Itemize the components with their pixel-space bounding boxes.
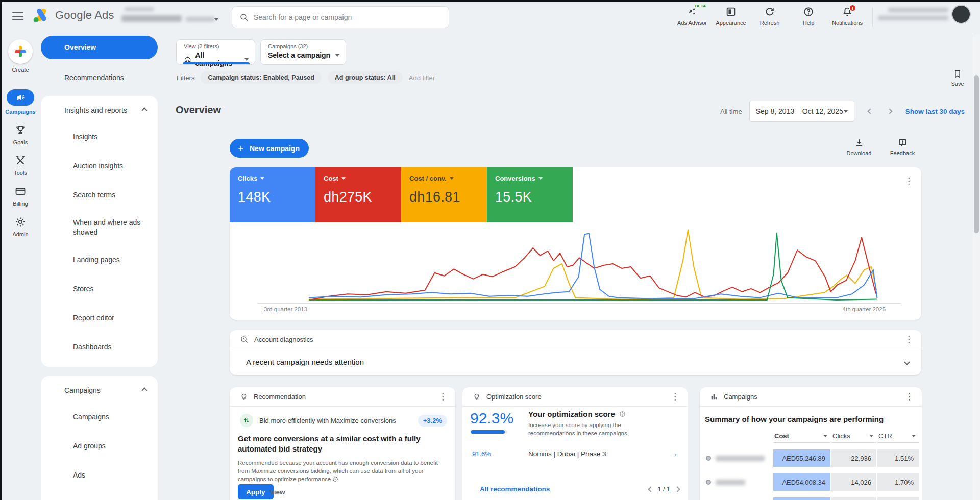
- campaigns-more-button[interactable]: ⋮: [902, 390, 917, 403]
- sidebar-item-asset-groups[interactable]: Asset groups: [41, 490, 158, 500]
- rail-item-billing[interactable]: Billing: [13, 185, 28, 207]
- metric-label: Cost: [324, 174, 338, 182]
- sidebar-header-campaigns[interactable]: Campaigns: [41, 378, 158, 403]
- date-range-picker[interactable]: Sep 8, 2013 – Oct 12, 2025: [749, 101, 854, 122]
- add-filter-button[interactable]: Add filter: [409, 74, 435, 82]
- avatar[interactable]: [952, 6, 970, 23]
- table-row[interactable]: AED55,246.89 22,936 1.51%: [705, 449, 919, 467]
- column-header-ctr[interactable]: CTR: [877, 432, 919, 443]
- cell-cost: AED54,008.34: [773, 473, 830, 491]
- table-row[interactable]: AED54,008.34 14,026 1.70%: [705, 473, 919, 491]
- sidebar-item-insights[interactable]: Insights: [41, 122, 158, 152]
- filter-chip-ad-group-status[interactable]: Ad group status: All: [328, 71, 403, 84]
- scrollbar-thumb[interactable]: [974, 75, 979, 233]
- sidebar-item-recommendations[interactable]: Recommendations: [41, 63, 158, 92]
- sidebar-item-search-terms[interactable]: Search terms: [41, 181, 158, 210]
- rail-admin-label: Admin: [12, 231, 28, 237]
- page-previous-icon[interactable]: [648, 486, 653, 492]
- campaign-selector-value: Select a campaign: [268, 51, 330, 59]
- filter-chip-campaign-status[interactable]: Campaign status: Enabled, Paused: [201, 71, 321, 84]
- diagnostics-more-button[interactable]: ⋮: [901, 333, 916, 346]
- rail-item-create[interactable]: Create: [8, 39, 33, 73]
- cell-cost: AED55,246.89: [773, 449, 830, 467]
- chevron-down-icon: [844, 110, 848, 113]
- show-last-30-days-link[interactable]: Show last 30 days: [905, 108, 965, 115]
- pagination: 1 / 1: [649, 486, 679, 493]
- previous-period-button[interactable]: [862, 103, 879, 120]
- sidebar-item-report-editor[interactable]: Report editor: [41, 304, 158, 333]
- optimization-score-progress: [471, 430, 507, 434]
- date-range-value: Sep 8, 2013 – Oct 12, 2025: [756, 107, 843, 115]
- menu-icon[interactable]: [12, 12, 23, 20]
- column-header-clicks[interactable]: Clicks: [831, 432, 876, 443]
- account-switcher[interactable]: [121, 5, 218, 28]
- tools-icon: [14, 155, 27, 167]
- optimization-more-button[interactable]: ⋮: [668, 390, 682, 403]
- help-icon: [803, 6, 814, 17]
- x-axis-label-right: 4th quarter 2025: [843, 306, 886, 312]
- sidebar-item-ads[interactable]: Ads: [41, 461, 158, 490]
- scrollbar-track[interactable]: [973, 34, 980, 500]
- view-button[interactable]: View: [270, 484, 285, 499]
- refresh-button[interactable]: Refresh: [750, 4, 789, 26]
- google-ads-app: Google Ads BETA Ads Advisor: [0, 0, 980, 500]
- global-search[interactable]: [232, 6, 449, 28]
- feedback-button[interactable]: Feedback: [887, 138, 918, 156]
- download-button[interactable]: Download: [843, 138, 875, 156]
- metric-tile-cost-per-conv[interactable]: Cost / conv. dh16.81: [401, 167, 487, 222]
- sidebar-item-when-and-where-ads-showed[interactable]: When and where ads showed: [41, 210, 158, 245]
- cell-ctr: 1.51%: [877, 449, 919, 467]
- rail-item-campaigns[interactable]: Campaigns: [5, 89, 35, 115]
- chevron-up-icon: [141, 107, 147, 113]
- apply-button[interactable]: Apply: [238, 484, 274, 499]
- metric-value: 148K: [238, 189, 315, 205]
- megaphone-icon: [15, 92, 26, 103]
- campaign-selector[interactable]: Campaigns (32) Select a campaign: [260, 39, 346, 65]
- campaign-score-row[interactable]: 91.6% Nomiris | Dubai | Phase 3 →: [462, 444, 688, 463]
- notification-badge: !: [849, 4, 856, 12]
- ads-advisor-button[interactable]: BETA Ads Advisor: [673, 4, 712, 26]
- diagnostics-alert-text: A recent campaign needs attention: [246, 358, 364, 366]
- view-selector[interactable]: View (2 filters) All campaigns: [176, 39, 255, 65]
- download-label: Download: [847, 150, 872, 156]
- sidebar-header-insights-and-reports[interactable]: Insights and reports: [41, 98, 158, 122]
- diagnostics-alert-row[interactable]: A recent campaign needs attention: [230, 349, 921, 374]
- bar-chart-icon: [710, 393, 718, 401]
- chart-card-more-button[interactable]: ⋮: [901, 174, 916, 187]
- all-recommendations-link[interactable]: All recommendations: [480, 485, 550, 493]
- save-button[interactable]: Save: [944, 69, 971, 87]
- sidebar-item-stores[interactable]: Stores: [41, 274, 158, 304]
- recommendation-card: Recommendation ⋮ Bid more efficiently wi…: [230, 387, 455, 500]
- view-selector-value: All campaigns: [195, 51, 241, 67]
- help-button[interactable]: Help: [789, 4, 828, 26]
- appearance-button[interactable]: Appearance: [712, 4, 750, 26]
- metric-tile-conversions[interactable]: Conversions 15.5K: [487, 167, 573, 222]
- optimization-score-title: Optimization score: [486, 393, 542, 401]
- performance-chart-card: ⋮ Clicks 148K Cost dh275K Cost / conv. d…: [230, 167, 921, 320]
- sidebar-item-overview[interactable]: Overview: [41, 36, 158, 59]
- rail-item-goals[interactable]: Goals: [13, 124, 28, 145]
- sidebar-item-landing-pages[interactable]: Landing pages: [41, 245, 158, 274]
- rail-item-tools[interactable]: Tools: [14, 155, 27, 176]
- recommendation-more-button[interactable]: ⋮: [435, 390, 450, 403]
- table-row-clipped[interactable]: [705, 497, 919, 500]
- notifications-button[interactable]: ! Notifications: [828, 4, 867, 26]
- column-header-cost[interactable]: Cost: [773, 432, 830, 443]
- new-campaign-button[interactable]: New campaign: [230, 139, 309, 158]
- optimization-score-card: Optimization score ⋮ 92.3% Your optimiza…: [462, 387, 688, 500]
- sidebar-item-auction-insights[interactable]: Auction insights: [41, 152, 158, 181]
- page-next-icon[interactable]: [674, 486, 680, 492]
- metric-tile-cost[interactable]: Cost dh275K: [315, 167, 401, 222]
- sidebar-item-campaigns[interactable]: Campaigns: [41, 403, 158, 432]
- uplift-badge: +3.2%: [418, 415, 447, 427]
- sidebar-item-ad-groups[interactable]: Ad groups: [41, 432, 158, 461]
- sidebar-header-label: Campaigns: [64, 386, 101, 394]
- next-period-button[interactable]: [881, 103, 898, 120]
- help-label: Help: [803, 20, 815, 26]
- metric-tile-clicks[interactable]: Clicks 148K: [230, 167, 315, 222]
- recommendation-item-row: Bid more efficiently with Maximize conve…: [240, 414, 447, 427]
- rail-item-admin[interactable]: Admin: [12, 216, 28, 237]
- sidebar-item-dashboards[interactable]: Dashboards: [41, 333, 158, 362]
- filters-bar: Filters Campaign status: Enabled, Paused…: [177, 71, 435, 84]
- search-input[interactable]: [254, 13, 442, 21]
